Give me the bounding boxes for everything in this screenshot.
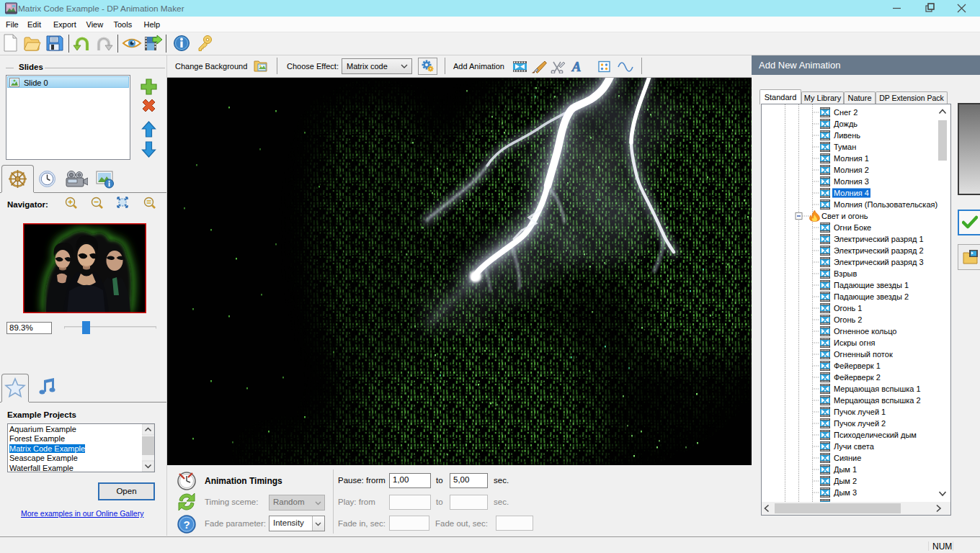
svg-text:Дым 3: Дым 3 <box>834 488 857 497</box>
svg-text:Молния 2: Молния 2 <box>834 166 869 174</box>
svg-text:Дым 2: Дым 2 <box>834 477 857 485</box>
svg-text:Пучок лучей 2: Пучок лучей 2 <box>834 419 886 428</box>
svg-text:Дым 1: Дым 1 <box>834 465 857 474</box>
svg-text:Молния 1: Молния 1 <box>834 154 869 163</box>
svg-text:Мерцающая вспышка 2: Мерцающая вспышка 2 <box>834 396 921 405</box>
svg-text:Снег 2: Снег 2 <box>834 108 858 117</box>
svg-text:Сияние: Сияние <box>834 454 861 462</box>
svg-text:Падающие звезды 2: Падающие звезды 2 <box>834 292 909 301</box>
svg-text:A: A <box>571 60 582 73</box>
svg-text:Огонь 1: Огонь 1 <box>834 304 862 313</box>
svg-text:Молния (Пользовательская): Молния (Пользовательская) <box>834 200 937 209</box>
svg-text:Молния 3: Молния 3 <box>834 177 869 186</box>
svg-text:?: ? <box>183 518 190 531</box>
svg-text:Свет и огонь: Свет и огонь <box>821 212 868 220</box>
svg-text:Взрыв: Взрыв <box>834 269 857 278</box>
svg-text:Электрический разряд 3: Электрический разряд 3 <box>834 258 924 266</box>
svg-text:Мерцающая вспышка 1: Мерцающая вспышка 1 <box>834 385 921 393</box>
svg-text:Огненный поток: Огненный поток <box>834 350 893 359</box>
svg-text:Падающие звезды 1: Падающие звезды 1 <box>834 281 909 289</box>
svg-text:Фейерверк 2: Фейерверк 2 <box>834 373 881 382</box>
svg-text:Лучи света: Лучи света <box>834 442 875 451</box>
svg-text:Молния 4: Молния 4 <box>834 189 869 197</box>
svg-text:Искры огня: Искры огня <box>834 338 876 347</box>
svg-text:Фейерверк 1: Фейерверк 1 <box>834 361 881 370</box>
svg-text:Туман: Туман <box>834 143 856 151</box>
svg-text:Огонь 2: Огонь 2 <box>834 315 862 324</box>
svg-text:Электрический разряд 1: Электрический разряд 1 <box>834 235 924 243</box>
svg-text:Огненное кольцо: Огненное кольцо <box>834 327 896 336</box>
svg-text:Дождь: Дождь <box>834 120 858 128</box>
svg-text:Огни Боке: Огни Боке <box>834 223 871 232</box>
svg-text:Электрический разряд 2: Электрический разряд 2 <box>834 246 924 255</box>
svg-text:Ливень: Ливень <box>834 131 860 140</box>
svg-text:Психоделический дым: Психоделический дым <box>834 431 917 439</box>
svg-text:Пучок лучей 1: Пучок лучей 1 <box>834 408 886 416</box>
